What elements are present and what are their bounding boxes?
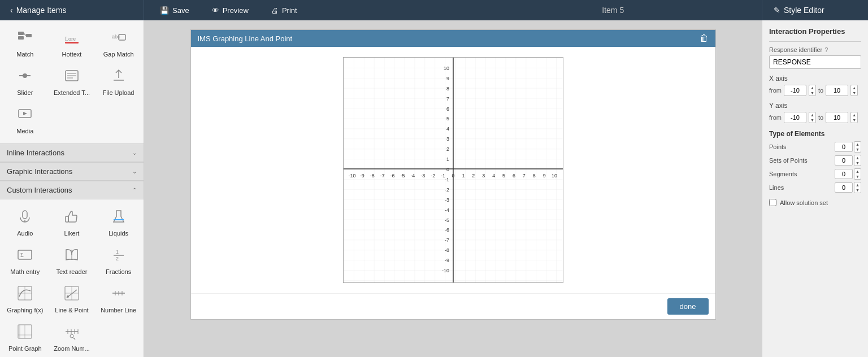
graphing-fx-icon bbox=[17, 285, 33, 304]
delete-icon[interactable]: 🗑 bbox=[700, 33, 709, 43]
svg-point-9 bbox=[23, 73, 27, 78]
svg-text:-7: -7 bbox=[445, 237, 449, 243]
svg-rect-2 bbox=[26, 34, 32, 37]
sidebar-item-point-graph[interactable]: Point Graph bbox=[2, 319, 48, 356]
graphic-chevron-icon: ⌄ bbox=[132, 168, 137, 175]
sidebar-item-audio[interactable]: Audio bbox=[2, 204, 48, 241]
interaction-card: IMS Graphing Line And Point 🗑 bbox=[190, 29, 716, 320]
save-button[interactable]: 💾 Save bbox=[155, 4, 194, 17]
custom-interactions-label: Custom Interactions bbox=[7, 186, 72, 194]
sidebar-item-fractions[interactable]: 12 Fractions bbox=[96, 242, 141, 280]
thumbsup-icon bbox=[64, 208, 80, 228]
svg-text:-6: -6 bbox=[445, 227, 449, 233]
print-button[interactable]: 🖨 Print bbox=[267, 4, 302, 17]
x-axis-label: X axis bbox=[769, 75, 861, 82]
element-value-input[interactable] bbox=[835, 142, 853, 152]
top-bar-center: 💾 Save 👁 Preview 🖨 Print bbox=[144, 4, 465, 17]
svg-text:8: 8 bbox=[446, 86, 449, 92]
sidebar-item-file-upload[interactable]: File Upload bbox=[96, 63, 141, 101]
svg-text:9: 9 bbox=[446, 76, 449, 81]
inline-interactions-header[interactable]: Inline Interactions ⌄ bbox=[0, 143, 144, 162]
slider-label: Slider bbox=[17, 89, 33, 96]
graphic-interactions-label: Graphic Interactions bbox=[7, 167, 72, 176]
svg-text:5: 5 bbox=[502, 173, 505, 178]
response-id-input[interactable] bbox=[769, 55, 861, 69]
svg-text:-10: -10 bbox=[348, 173, 355, 178]
svg-rect-5 bbox=[65, 42, 79, 43]
element-value-input[interactable] bbox=[835, 169, 853, 179]
sidebar-item-math-entry[interactable]: Σ Math entry bbox=[2, 242, 48, 280]
svg-text:-7: -7 bbox=[380, 173, 384, 178]
graphic-interactions-header[interactable]: Graphic Interactions ⌄ bbox=[0, 162, 144, 181]
y-to-spinner[interactable]: ▲▼ bbox=[850, 112, 858, 123]
svg-text:4: 4 bbox=[492, 173, 495, 178]
sidebar-item-text-reader[interactable]: Text reader bbox=[49, 242, 95, 280]
element-value-input[interactable] bbox=[835, 155, 853, 166]
save-icon: 💾 bbox=[160, 6, 169, 15]
inline-chevron-icon: ⌄ bbox=[132, 150, 137, 156]
sidebar-item-likert[interactable]: Likert bbox=[49, 204, 95, 241]
interaction-card-header: IMS Graphing Line And Point 🗑 bbox=[191, 30, 715, 47]
sidebar-item-line-point[interactable]: Line & Point bbox=[49, 281, 95, 318]
sidebar-item-liquids[interactable]: Liquids bbox=[96, 204, 141, 241]
sidebar-item-slider[interactable]: Slider bbox=[2, 63, 48, 101]
done-button[interactable]: done bbox=[667, 298, 709, 315]
y-axis-row: from ▲▼ to ▲▼ bbox=[769, 112, 861, 123]
preview-button[interactable]: 👁 Preview bbox=[207, 4, 253, 17]
coordinate-graph[interactable]: 0 1 2 3 4 5 6 7 8 9 10 -1 -2 bbox=[343, 57, 563, 283]
line-point-label: Line & Point bbox=[55, 307, 88, 314]
svg-text:3: 3 bbox=[482, 173, 485, 178]
svg-line-47 bbox=[73, 338, 75, 339]
y-to-input[interactable] bbox=[826, 112, 848, 123]
svg-text:Σ: Σ bbox=[20, 252, 24, 258]
help-icon[interactable]: ? bbox=[824, 46, 828, 53]
custom-interactions-header[interactable]: Custom Interactions ⌃ bbox=[0, 181, 144, 199]
element-spinner[interactable]: ▲▼ bbox=[854, 182, 861, 193]
element-spinner[interactable]: ▲▼ bbox=[854, 141, 861, 153]
sidebar-item-extended-text[interactable]: Extended T... bbox=[49, 63, 95, 101]
mic-icon bbox=[17, 208, 33, 228]
svg-rect-18 bbox=[66, 216, 68, 222]
audio-label: Audio bbox=[17, 230, 33, 237]
svg-text:7: 7 bbox=[446, 96, 449, 102]
allow-solution-label: Allow solution set bbox=[780, 199, 828, 206]
graph-container: 0 1 2 3 4 5 6 7 8 9 10 -1 -2 bbox=[197, 53, 710, 288]
y-from-spinner[interactable]: ▲▼ bbox=[809, 112, 816, 123]
sidebar-item-gap-match[interactable]: abc Gap Match bbox=[96, 25, 141, 62]
likert-label: Likert bbox=[64, 230, 80, 237]
fractions-icon: 12 bbox=[111, 247, 127, 266]
svg-point-46 bbox=[70, 334, 73, 338]
svg-text:5: 5 bbox=[446, 116, 449, 121]
manage-items-label: Manage Items bbox=[16, 6, 67, 15]
svg-text:10: 10 bbox=[444, 66, 449, 71]
svg-text:-4: -4 bbox=[410, 173, 415, 178]
sidebar-item-zoom-num[interactable]: Zoom Num... bbox=[49, 319, 95, 356]
element-label: Points bbox=[769, 143, 787, 150]
sidebar-item-number-line[interactable]: Number Line bbox=[96, 281, 141, 318]
sidebar-item-graphing-fx[interactable]: Graphing f(x) bbox=[2, 281, 48, 318]
chevron-left-icon: ‹ bbox=[10, 6, 13, 15]
allow-solution-checkbox[interactable] bbox=[769, 199, 776, 206]
y-from-input[interactable] bbox=[784, 112, 806, 123]
element-row-sets-of-points: Sets of Points ▲▼ bbox=[769, 155, 861, 166]
manage-items-button[interactable]: ‹ Manage Items bbox=[0, 0, 144, 20]
x-to-spinner[interactable]: ▲▼ bbox=[850, 85, 858, 96]
response-id-label: Response identifier ? bbox=[769, 46, 861, 53]
svg-text:0: 0 bbox=[452, 173, 454, 178]
sidebar-item-match[interactable]: Match bbox=[2, 25, 48, 62]
svg-text:2: 2 bbox=[446, 146, 449, 152]
svg-text:7: 7 bbox=[522, 173, 525, 178]
element-spinner[interactable]: ▲▼ bbox=[854, 168, 861, 180]
x-from-spinner[interactable]: ▲▼ bbox=[809, 85, 816, 96]
x-from-input[interactable] bbox=[784, 85, 806, 96]
book-icon bbox=[64, 247, 80, 266]
text-reader-label: Text reader bbox=[56, 268, 87, 275]
x-to-input[interactable] bbox=[826, 85, 848, 96]
sidebar-item-media[interactable]: Media bbox=[2, 102, 48, 139]
svg-text:-8: -8 bbox=[370, 173, 374, 178]
sidebar: Match Lore Hottext abc Gap Match bbox=[0, 20, 144, 357]
element-value-input[interactable] bbox=[835, 182, 853, 193]
sidebar-item-hottext[interactable]: Lore Hottext bbox=[49, 25, 95, 62]
style-editor-button[interactable]: ✎ Style Editor bbox=[762, 0, 868, 20]
element-spinner[interactable]: ▲▼ bbox=[854, 155, 861, 166]
